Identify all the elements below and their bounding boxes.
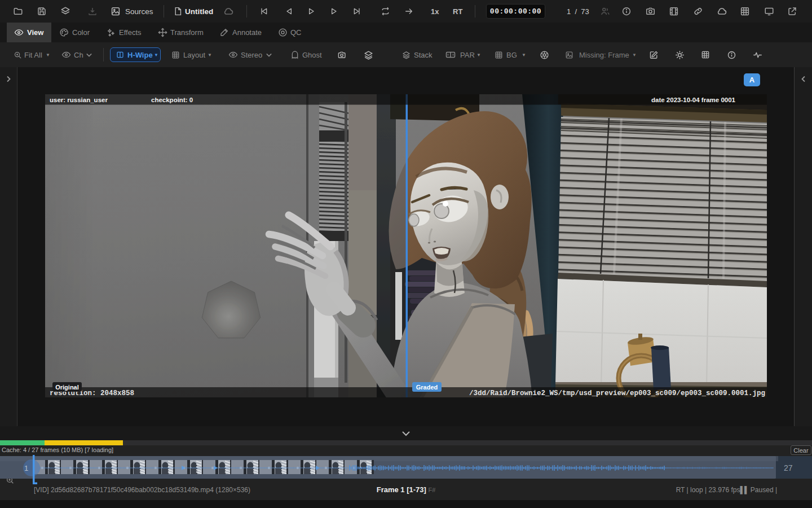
- svg-text:Original: Original: [55, 384, 79, 391]
- svg-text:/3dd/Raid/Brownie2_WS/tmp/usd_: /3dd/Raid/Brownie2_WS/tmp/usd_preview/ep…: [469, 389, 765, 397]
- svg-text:user: russian_user: user: russian_user: [50, 97, 108, 103]
- svg-text:Graded: Graded: [416, 384, 438, 391]
- svg-text:date 2023-10-04 frame 0001: date 2023-10-04 frame 0001: [651, 97, 736, 103]
- svg-text:27: 27: [784, 463, 793, 472]
- svg-text:checkpoint: 0: checkpoint: 0: [151, 97, 193, 103]
- svg-text:1: 1: [24, 464, 28, 472]
